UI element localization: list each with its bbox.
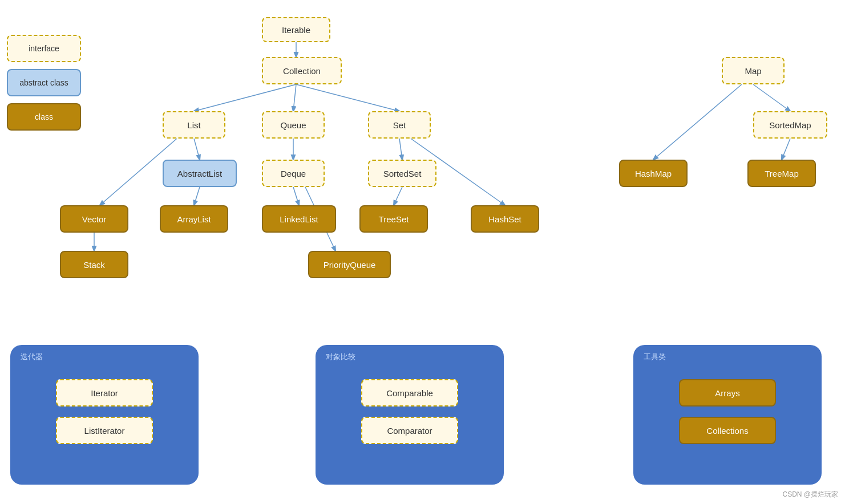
svg-line-11 <box>394 187 402 205</box>
panel-comparators: 对象比较 Comparable Comparator <box>316 345 504 485</box>
node-hashmap: HashMap <box>619 160 688 187</box>
svg-line-15 <box>653 84 742 160</box>
svg-line-8 <box>293 187 299 205</box>
panel-comparators-label: 对象比较 <box>326 352 355 362</box>
node-linkedlist: LinkedList <box>262 205 336 233</box>
node-sortedset: SortedSet <box>368 160 436 187</box>
svg-line-6 <box>194 187 200 205</box>
svg-line-4 <box>194 139 200 160</box>
node-hashset: HashSet <box>471 205 539 233</box>
panel-iterators-label: 迭代器 <box>21 352 43 362</box>
svg-line-10 <box>399 139 402 160</box>
watermark: CSDN @摆烂玩家 <box>782 490 838 499</box>
node-comparable: Comparable <box>361 379 458 407</box>
node-priorityqueue: PriorityQueue <box>308 251 391 278</box>
legend-class: class <box>7 103 81 131</box>
node-vector: Vector <box>60 205 128 233</box>
node-treeset: TreeSet <box>359 205 428 233</box>
node-listiterator: ListIterator <box>56 417 153 444</box>
panel-utilities: 工具类 Arrays Collections <box>633 345 822 485</box>
node-map: Map <box>722 57 785 84</box>
node-set: Set <box>368 111 431 139</box>
panel-utilities-label: 工具类 <box>644 352 666 362</box>
panel-iterators: 迭代器 Iterator ListIterator <box>10 345 199 485</box>
node-comparator: Comparator <box>361 417 458 444</box>
svg-line-3 <box>296 84 399 111</box>
svg-line-14 <box>753 84 790 111</box>
legend-interface: interface <box>7 35 81 62</box>
diagram-area: interface abstract class class Iterable … <box>0 0 845 504</box>
node-iterator: Iterator <box>56 379 153 407</box>
node-stack: Stack <box>60 251 128 278</box>
node-abstractlist: AbstractList <box>163 160 237 187</box>
svg-line-16 <box>782 139 790 160</box>
node-iterable: Iterable <box>262 17 330 42</box>
legend-abstract: abstract class <box>7 69 81 96</box>
node-arrays: Arrays <box>679 379 776 407</box>
svg-line-2 <box>293 84 296 111</box>
node-treemap: TreeMap <box>747 160 816 187</box>
node-queue: Queue <box>262 111 325 139</box>
node-arraylist: ArrayList <box>160 205 228 233</box>
svg-line-1 <box>194 84 296 111</box>
node-list: List <box>163 111 225 139</box>
node-collection: Collection <box>262 57 342 84</box>
node-collections: Collections <box>679 417 776 444</box>
node-deque: Deque <box>262 160 325 187</box>
node-sortedmap: SortedMap <box>753 111 827 139</box>
